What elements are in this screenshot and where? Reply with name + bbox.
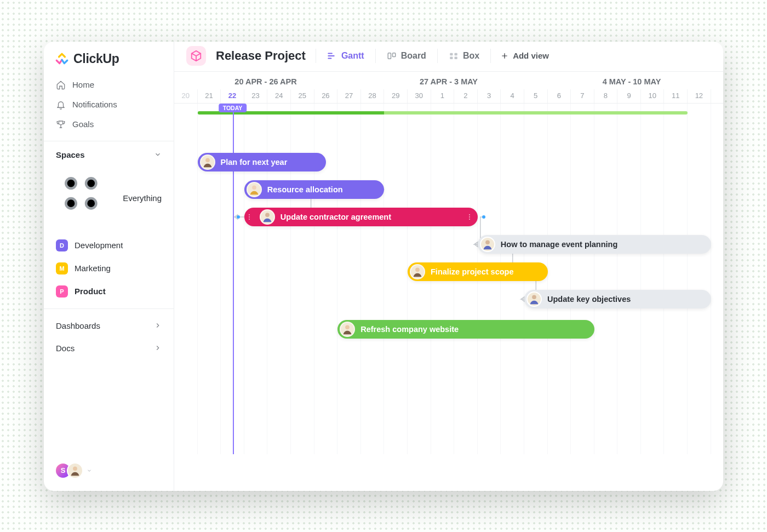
sidebar-item-dev-label: Development [75,241,123,250]
everything-icon [56,168,116,228]
clickup-logo-icon [55,52,69,66]
task-label: Resource allocation [267,185,343,194]
nav-home[interactable]: Home [48,75,169,95]
day-cell: 10 [641,89,665,103]
task-bar[interactable]: Resource allocation [244,180,385,199]
svg-point-3 [66,178,76,188]
sidebar-item-docs[interactable]: Docs [44,337,174,359]
day-cell: 28 [361,89,385,103]
gantt-icon [327,52,337,60]
nav-notifications[interactable]: Notifications [48,95,169,115]
board-icon [387,52,397,60]
assignee-avatar [410,264,425,279]
svg-rect-9 [450,53,453,55]
sidebar-item-everything[interactable]: Everything [48,164,169,233]
day-cell: 9 [617,89,641,103]
assignee-avatar [260,209,275,225]
sidebar-footer: S [44,458,174,483]
task-bar[interactable]: Update contractor agreement [244,208,478,226]
day-cell: 5 [524,89,548,103]
box-icon [190,50,202,62]
sidebar-item-dashboards[interactable]: Dashboards [44,314,174,337]
trophy-icon [56,119,66,129]
bell-icon [56,100,66,110]
task-bar[interactable]: Finalize project scope [408,262,548,281]
brand-name: ClickUp [73,52,119,66]
nav-section: Home Notifications Goals [44,74,174,135]
day-cell: 2 [454,89,478,103]
main: Release Project Gantt Board Box Add view [174,42,723,491]
nav-goals-label: Goals [72,119,94,129]
range-label: 20 APR - 26 APR [174,72,357,89]
tab-board[interactable]: Board [386,49,427,63]
day-cell: 21 [198,89,221,103]
project-badge [186,46,206,66]
spaces-heading-label: Spaces [56,150,85,159]
app-window: ClickUp Home Notifications Goals Spaces … [44,42,723,491]
day-cell: 4 [501,89,524,103]
assignee-avatar [247,182,262,197]
assignee-avatar [340,322,355,337]
chevron-down-icon [154,151,162,158]
today-badge: TODAY [219,104,247,112]
home-icon [56,80,66,90]
day-cell: 30 [408,89,431,103]
svg-rect-10 [454,53,457,55]
caret-down-icon[interactable] [87,468,92,473]
divider [44,308,174,309]
prod-badge: P [56,285,68,298]
sidebar: ClickUp Home Notifications Goals Spaces … [44,42,174,491]
sidebar-item-dashboards-label: Dashboards [56,321,100,330]
assignee-avatar [200,155,215,170]
box-view-icon [449,52,459,60]
timeline: 20 APR - 26 APR 27 APR - 3 MAY 4 MAY - 1… [174,72,723,491]
sidebar-item-mkt-label: Marketing [75,264,111,273]
svg-rect-8 [392,53,395,56]
plus-icon [501,52,508,60]
sidebar-item-product[interactable]: P Product [48,281,169,302]
range-label: 27 APR - 3 MAY [357,72,540,89]
header: Release Project Gantt Board Box Add view [174,42,723,72]
nav-notifications-label: Notifications [72,100,117,109]
sidebar-item-marketing[interactable]: M Marketing [48,258,169,279]
day-cell: 23 [244,89,268,103]
spaces-heading[interactable]: Spaces [44,147,174,163]
task-bar[interactable]: How to manage event planning [478,235,711,254]
brand: ClickUp [44,47,174,74]
task-bar[interactable]: Update key objectives [524,290,711,308]
task-bar[interactable]: Refresh company website [337,320,594,339]
task-bar[interactable]: Plan for next year [198,153,326,171]
svg-rect-7 [388,53,391,59]
user-avatar-photo [67,462,83,479]
sidebar-item-docs-label: Docs [56,344,75,353]
drag-handle-icon[interactable] [469,214,473,220]
tab-box-label: Box [463,51,479,61]
day-cell: 27 [337,89,361,103]
day-cell: 24 [267,89,291,103]
tab-gantt-label: Gantt [341,51,364,61]
tab-box[interactable]: Box [448,49,480,63]
sidebar-item-development[interactable]: D Development [48,235,169,256]
svg-point-4 [86,178,96,188]
avatar-stack[interactable]: S [55,462,83,479]
day-cell: 11 [664,89,688,103]
svg-point-5 [66,198,76,208]
day-cell: 25 [291,89,314,103]
assignee-avatar [480,237,495,252]
day-cell: 22 [221,89,244,103]
timeline-body[interactable]: TODAY Plan for next year [174,104,723,454]
day-cell: 6 [548,89,571,103]
day-cell: 20 [174,89,198,103]
nav-goals[interactable]: Goals [48,115,169,134]
tab-board-label: Board [401,51,426,61]
day-cell: 26 [314,89,338,103]
assignee-avatar [526,291,542,307]
day-cell: 29 [384,89,408,103]
add-view-button[interactable]: Add view [501,51,549,60]
drag-handle-icon[interactable] [249,214,253,220]
svg-rect-11 [450,56,453,59]
tab-gantt[interactable]: Gantt [326,49,365,63]
task-label: Plan for next year [221,158,288,167]
chevron-right-icon [154,322,162,329]
timeline-days: 2021222324252627282930123456789101112 [174,89,723,103]
